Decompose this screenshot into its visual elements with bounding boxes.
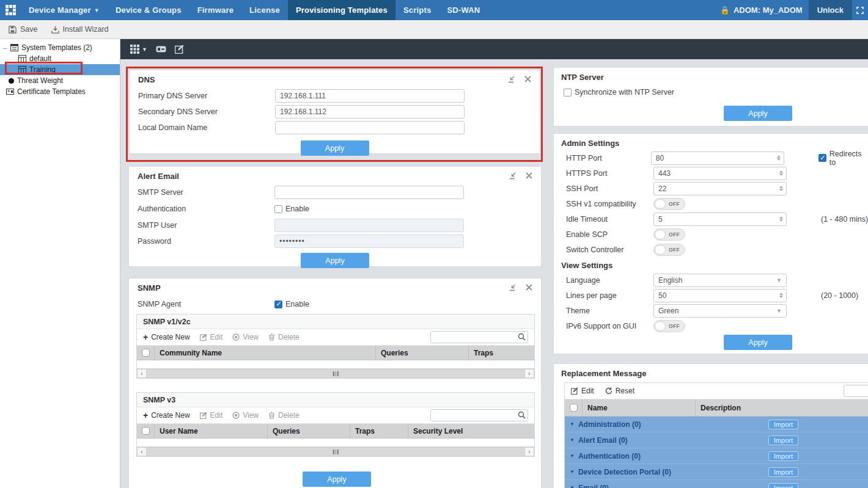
view-button[interactable]: View	[232, 411, 259, 420]
app-launcher-icon[interactable]	[0, 0, 21, 20]
widget-toggle-button[interactable]	[156, 45, 166, 53]
column-name[interactable]: Name	[582, 399, 695, 416]
nav-sdwan[interactable]: SD-WAN	[439, 0, 488, 20]
scroll-left-button[interactable]: ‹	[137, 369, 147, 378]
nav-device-manager[interactable]: Device Manager ▼	[21, 0, 108, 20]
edit-button[interactable]: Edit	[200, 333, 223, 341]
scroll-right-button[interactable]: ›	[524, 369, 534, 378]
import-button[interactable]: Import	[768, 483, 798, 488]
https-port-input[interactable]	[653, 167, 787, 180]
install-wizard-button[interactable]: Install Wizard	[51, 25, 109, 34]
ntp-sync-checkbox[interactable]	[564, 89, 572, 97]
edit-button[interactable]: Edit	[200, 411, 223, 420]
save-button[interactable]: Save	[9, 25, 38, 34]
import-button[interactable]: Import	[768, 451, 798, 461]
nav-device-groups[interactable]: Device & Groups	[108, 0, 189, 20]
nav-license[interactable]: License	[241, 0, 288, 20]
column-description[interactable]: Description	[695, 399, 868, 416]
select-all-checkbox[interactable]	[142, 427, 150, 435]
table-row-administration[interactable]: ▼Administration (0) Import	[565, 417, 868, 432]
http-port-input[interactable]	[651, 151, 784, 165]
smtp-server-input[interactable]	[274, 186, 464, 199]
column-traps[interactable]: Traps	[468, 346, 534, 360]
close-widget-icon[interactable]	[526, 172, 532, 180]
lines-per-page-input[interactable]	[653, 289, 787, 302]
ssh-port-input[interactable]	[653, 182, 787, 195]
view-mode-button[interactable]: ▼	[130, 45, 147, 54]
stepper-icon[interactable]	[779, 216, 783, 222]
delete-button[interactable]: Delete	[268, 411, 300, 420]
stepper-icon[interactable]	[779, 293, 783, 298]
table-row-email[interactable]: ▼Email (0) Import	[565, 480, 868, 488]
theme-select[interactable]: Green▼	[653, 304, 787, 318]
secondary-dns-input[interactable]	[275, 105, 465, 118]
snmp-apply-button[interactable]: Apply	[303, 472, 371, 487]
create-new-button[interactable]: +Create New	[143, 332, 190, 342]
password-input[interactable]	[274, 235, 464, 248]
column-security-level[interactable]: Security Level	[408, 424, 534, 438]
nav-firmware[interactable]: Firmware	[189, 0, 241, 20]
reset-icon	[605, 387, 612, 395]
idle-timeout-input[interactable]	[653, 213, 787, 226]
authentication-enable-checkbox[interactable]	[274, 205, 282, 213]
search-input[interactable]	[844, 385, 868, 397]
snmp-agent-enable-checkbox[interactable]	[274, 300, 282, 308]
stepper-icon[interactable]	[779, 186, 783, 191]
ntp-apply-button[interactable]: Apply	[724, 106, 792, 121]
local-domain-input[interactable]	[275, 121, 465, 134]
enable-scp-toggle[interactable]: OFF	[653, 228, 685, 241]
horizontal-scrollbar[interactable]: ‹ ›	[137, 446, 534, 456]
column-user-name[interactable]: User Name	[154, 424, 267, 438]
select-all-checkbox[interactable]	[570, 404, 578, 412]
fullscreen-icon[interactable]	[852, 0, 868, 20]
admin-apply-button[interactable]: Apply	[724, 335, 792, 350]
redirects-checkbox[interactable]	[818, 154, 826, 162]
scroll-right-button[interactable]: ›	[524, 447, 534, 456]
edit-button[interactable]: Edit	[571, 387, 594, 395]
tree-item-training[interactable]: Training	[0, 64, 120, 75]
unlock-button[interactable]: Unlock	[809, 0, 852, 20]
stepper-icon[interactable]	[777, 155, 781, 161]
smtp-user-input[interactable]	[274, 219, 464, 232]
scroll-left-button[interactable]: ‹	[137, 447, 147, 456]
ipv6-toggle[interactable]: OFF	[653, 320, 685, 332]
switch-controller-toggle[interactable]: OFF	[653, 244, 685, 256]
collapse-widget-icon[interactable]	[509, 172, 517, 180]
column-traps[interactable]: Traps	[350, 424, 408, 438]
tree-item-threat-weight[interactable]: Threat Weight	[0, 75, 120, 86]
stepper-icon[interactable]	[779, 170, 783, 176]
collapse-expander-icon[interactable]: –	[2, 44, 7, 51]
primary-dns-input[interactable]	[275, 89, 465, 103]
collapse-widget-icon[interactable]	[508, 76, 516, 84]
import-button[interactable]: Import	[768, 435, 798, 445]
reset-button[interactable]: Reset	[605, 387, 634, 395]
column-queries[interactable]: Queries	[267, 424, 350, 438]
search-input[interactable]	[430, 409, 528, 421]
close-widget-icon[interactable]	[524, 76, 531, 84]
collapse-widget-icon[interactable]	[509, 284, 517, 292]
table-row-alert-email[interactable]: ▼Alert Email (0) Import	[565, 432, 868, 448]
dns-apply-button[interactable]: Apply	[301, 140, 369, 156]
alert-email-apply-button[interactable]: Apply	[301, 253, 369, 268]
edit-mode-button[interactable]	[175, 45, 184, 54]
import-button[interactable]: Import	[768, 420, 798, 429]
close-widget-icon[interactable]	[526, 284, 532, 292]
view-button[interactable]: View	[232, 333, 259, 341]
import-button[interactable]: Import	[768, 467, 798, 477]
nav-scripts[interactable]: Scripts	[395, 0, 439, 20]
search-input[interactable]	[430, 331, 528, 343]
language-select[interactable]: English▼	[653, 274, 787, 287]
create-new-button[interactable]: +Create New	[143, 410, 190, 420]
delete-button[interactable]: Delete	[268, 333, 300, 341]
ssh-v1-toggle[interactable]: OFF	[653, 198, 685, 210]
select-all-checkbox[interactable]	[142, 349, 150, 357]
nav-provisioning-templates[interactable]: Provisioning Templates	[288, 0, 395, 20]
table-row-device-detection-portal[interactable]: ▼Device Detection Portal (0) Import	[565, 464, 868, 480]
horizontal-scrollbar[interactable]: ‹ ›	[137, 368, 534, 378]
tree-item-default[interactable]: default	[0, 53, 120, 64]
table-row-authentication[interactable]: ▼Authentication (0) Import	[565, 448, 868, 464]
tree-item-certificate-templates[interactable]: Certificate Templates	[0, 86, 120, 97]
tree-item-system-templates[interactable]: – System Templates (2)	[0, 42, 120, 53]
column-queries[interactable]: Queries	[375, 346, 468, 360]
column-community-name[interactable]: Community Name	[154, 346, 375, 360]
